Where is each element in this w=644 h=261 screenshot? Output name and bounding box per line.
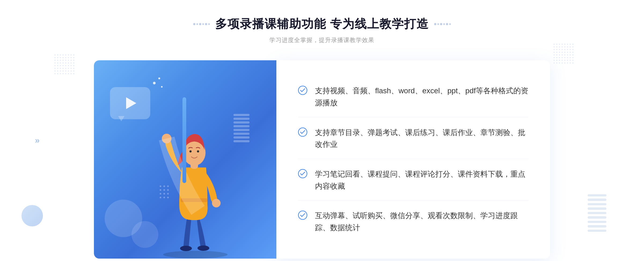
svg-point-23 — [298, 128, 307, 136]
svg-point-11 — [163, 185, 165, 187]
outer-circle-decoration — [21, 205, 43, 226]
dots-right-deco — [434, 23, 451, 25]
svg-point-24 — [298, 169, 307, 178]
dots-left-deco — [193, 23, 210, 25]
feature-item-1: 支持视频、音频、flash、word、excel、ppt、pdf等各种格式的资源… — [298, 77, 529, 117]
svg-point-17 — [163, 193, 165, 195]
feature-text-3: 学习笔记回看、课程提问、课程评论打分、课件资料下载，重点内容收藏 — [315, 168, 529, 192]
svg-point-8 — [197, 150, 199, 152]
svg-point-25 — [298, 211, 307, 219]
svg-point-0 — [163, 251, 228, 258]
title-row: 多项录播课辅助功能 专为线上教学打造 — [193, 16, 451, 32]
feature-text-2: 支持章节目录、弹题考试、课后练习、课后作业、章节测验、批改作业 — [315, 127, 529, 151]
figure-illustration — [144, 103, 246, 259]
svg-point-15 — [167, 189, 169, 191]
page-wrapper: » 多项录播课辅助功能 专为线上教学打造 学习进度全掌握，提升录播课教学效 — [0, 0, 644, 261]
svg-point-14 — [163, 189, 165, 191]
feature-text-1: 支持视频、音频、flash、word、excel、ppt、pdf等各种格式的资源… — [315, 85, 529, 109]
feature-item-3: 学习笔记回看、课程提问、课程评论打分、课件资料下载，重点内容收藏 — [298, 160, 529, 201]
svg-point-13 — [160, 189, 161, 191]
chevron-left-icon: » — [35, 135, 40, 145]
svg-point-16 — [160, 193, 161, 195]
card-accent-bar — [182, 97, 186, 183]
feature-item-4: 互动弹幕、试听购买、微信分享、观看次数限制、学习进度跟踪、数据统计 — [298, 202, 529, 242]
check-icon-2 — [298, 127, 308, 137]
svg-point-21 — [167, 197, 169, 198]
check-icon-3 — [298, 169, 308, 178]
outer-stripes-decoration — [588, 194, 606, 232]
header-section: 多项录播课辅助功能 专为线上教学打造 学习进度全掌握，提升录播课教学效果 — [193, 16, 451, 44]
feature-item-2: 支持章节目录、弹题考试、课后练习、课后作业、章节测验、批改作业 — [298, 119, 529, 159]
svg-point-20 — [163, 197, 165, 198]
play-icon — [126, 97, 136, 109]
main-content: 支持视频、音频、flash、word、excel、ppt、pdf等各种格式的资源… — [94, 60, 550, 259]
check-icon-1 — [298, 85, 308, 95]
page-title: 多项录播课辅助功能 专为线上教学打造 — [215, 16, 429, 32]
features-card: 支持视频、音频、flash、word、excel、ppt、pdf等各种格式的资源… — [276, 60, 550, 259]
svg-point-19 — [160, 197, 161, 198]
feature-text-4: 互动弹幕、试听购买、微信分享、观看次数限制、学习进度跟踪、数据统计 — [315, 210, 529, 234]
page-subtitle: 学习进度全掌握，提升录播课教学效果 — [193, 36, 451, 44]
svg-point-1 — [180, 246, 192, 251]
svg-point-7 — [189, 150, 192, 152]
svg-point-4 — [212, 199, 221, 207]
svg-point-22 — [298, 86, 307, 95]
check-icon-4 — [298, 210, 308, 220]
dots-decoration-right — [553, 43, 574, 64]
dots-decoration-left — [54, 54, 75, 75]
svg-point-12 — [167, 185, 169, 187]
svg-point-2 — [197, 245, 209, 251]
svg-point-18 — [167, 193, 169, 195]
svg-point-10 — [160, 185, 161, 187]
